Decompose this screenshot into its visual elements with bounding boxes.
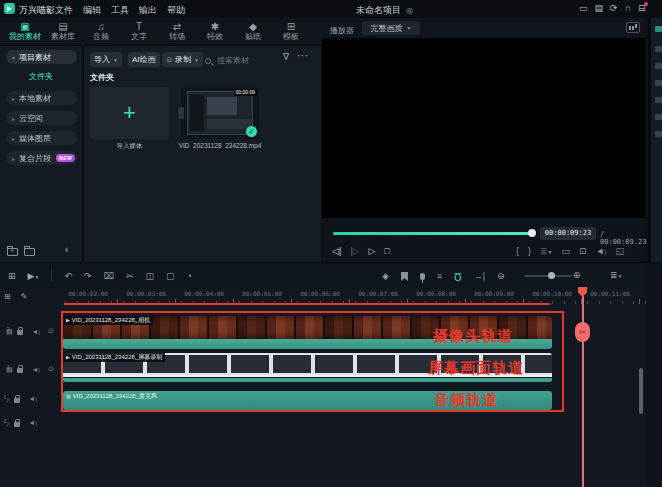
ruler-label: 00:00:09:00 [474, 290, 514, 297]
step-forward-button[interactable]: |▷ [350, 246, 359, 256]
timeline-layout-icon[interactable]: ⊞ [8, 272, 16, 281]
search-box[interactable] [205, 55, 267, 66]
redo-icon[interactable]: ↷ [84, 272, 92, 281]
tab-audio[interactable]: ♫ 音频 [82, 22, 120, 41]
audio-mixer-icon[interactable]: ≡ [437, 272, 442, 281]
new-folder-icon[interactable] [7, 245, 18, 256]
track-settings-icon[interactable]: ✎ [21, 293, 28, 301]
sync-icon[interactable]: ⟳ [610, 3, 618, 13]
zoom-out-icon[interactable]: ⊖ [497, 272, 505, 281]
tab-effects[interactable]: ✱ 特效 [196, 22, 234, 41]
voiceover-icon[interactable] [420, 273, 425, 280]
auto-ripple-icon[interactable]: →| [474, 272, 485, 281]
sidebar-item-project-media[interactable]: ▾ 项目素材 [6, 50, 77, 64]
second-display-icon[interactable]: ▭ [562, 246, 571, 256]
plus-icon: + [90, 87, 169, 139]
menu-tools[interactable]: 工具 [111, 4, 129, 17]
zoom-in-icon[interactable]: ⊕ [573, 271, 581, 280]
sidebar-item-media-layers[interactable]: ▸ 媒体图层 [6, 131, 77, 145]
video-thumbnail[interactable]: 00:00:09 ✓ [181, 87, 259, 139]
playhead-line[interactable] [582, 287, 584, 487]
play-button[interactable]: ▷ [369, 246, 376, 256]
crop-icon[interactable]: ▢ [166, 272, 175, 281]
fullscreen-icon[interactable]: ◱ [616, 246, 625, 256]
undo-icon[interactable]: ↶ [64, 272, 72, 281]
menu-edit[interactable]: 编辑 [83, 4, 101, 17]
render-preview-icon[interactable] [626, 22, 640, 33]
timeline-scrollbar[interactable] [639, 368, 643, 414]
import-button[interactable]: 导入▼ [90, 52, 122, 67]
menu-export[interactable]: 输出 [139, 4, 157, 17]
tab-stickers[interactable]: ◆ 贴纸 [234, 22, 272, 41]
tab-text[interactable]: T 文字 [120, 22, 158, 41]
snapshot-icon[interactable]: ⊡ [579, 246, 587, 256]
support-headset-icon[interactable]: ∩ [625, 3, 631, 13]
media-section-label: 文件夹 [90, 72, 114, 83]
mute-track-icon[interactable]: ◄) [28, 395, 37, 402]
track-height-icon[interactable]: ≣▼ [610, 271, 623, 280]
marker-icon[interactable] [401, 272, 408, 281]
quality-selector[interactable]: 完整画质▼ [362, 21, 420, 35]
playhead-cut-button[interactable]: ✂ [575, 322, 590, 342]
menu-help[interactable]: 帮助 [167, 4, 185, 17]
track-header-video2[interactable]: ▤2 ◄) ⊙ [6, 326, 54, 336]
record-button[interactable]: ⊙ 录制▼ [162, 52, 203, 67]
lock-track-icon[interactable] [14, 422, 20, 427]
tab-my-media[interactable]: ▣ 我的素材 [6, 22, 44, 41]
track-header-audio2[interactable]: ♪2 ◄) [6, 418, 37, 427]
seek-bar[interactable] [333, 232, 532, 235]
tab-templates[interactable]: ⊞ 模板 [272, 22, 310, 41]
save-icon[interactable]: ▤ [595, 3, 604, 13]
preview-list-icon[interactable]: ≣▼ [540, 246, 553, 256]
mark-in-icon[interactable]: { [516, 246, 519, 256]
ai-paint-button[interactable]: AI绘画 [128, 52, 160, 67]
ruler-label: 00:00:10:00 [532, 290, 572, 297]
import-media-tile[interactable]: + [90, 87, 169, 139]
tab-stock-media[interactable]: ▤ 素材库 [44, 22, 82, 41]
keyframe-icon[interactable]: ◈ [382, 272, 389, 281]
hide-track-icon[interactable]: ⊙ [48, 365, 54, 373]
mute-track-icon[interactable]: ◄) [31, 328, 40, 335]
lock-track-icon[interactable] [14, 398, 20, 403]
collapse-arrow-icon: ▸ [12, 115, 15, 122]
track-header-video1[interactable]: ▤1 ◄) ⊙ [6, 364, 54, 374]
mute-track-icon[interactable]: ◄) [31, 366, 40, 373]
layout-icon[interactable]: ⊟ [638, 3, 646, 13]
delete-folder-icon[interactable] [24, 245, 35, 256]
speed-icon[interactable]: ◔ [186, 272, 191, 281]
cut-icon[interactable]: ✂ [126, 272, 134, 281]
hide-track-icon[interactable]: ⊙ [48, 327, 54, 335]
filter-icon[interactable]: ∇ [283, 53, 289, 62]
delete-icon[interactable]: ⌧ [104, 272, 114, 281]
video-preview [322, 38, 645, 218]
ruler-label: 00:00:07:00 [358, 290, 398, 297]
previous-frame-button[interactable]: ◁| [332, 246, 341, 256]
timeline-ruler[interactable]: 00:00:02:00 00:00:03:00 00:00:04:00 00:0… [63, 289, 662, 304]
ruler-label: 00:00:06:00 [300, 290, 340, 297]
mute-track-icon[interactable]: ◄) [28, 419, 37, 426]
more-options-icon[interactable]: ⋯ [297, 50, 308, 61]
track-header-audio1[interactable]: ♪1 ◄) [6, 394, 37, 403]
menu-file[interactable]: 文件 [55, 4, 73, 17]
sidebar-item-cloud[interactable]: ▸ 云空间 [6, 111, 77, 125]
stop-button[interactable]: □ [384, 246, 389, 256]
select-tool-icon[interactable]: ▶▼ [28, 272, 40, 281]
mute-icon[interactable]: ◄) [596, 246, 607, 256]
snap-icon[interactable]: Ω [454, 271, 461, 282]
add-track-icon[interactable]: ⊞ [4, 293, 11, 301]
timeline-zoom-handle[interactable] [548, 272, 555, 279]
split-icon[interactable]: ◫ [145, 272, 154, 281]
sidebar-item-local-media[interactable]: ▸ 本地素材 [6, 91, 77, 105]
player-panel-label: 播放器 [330, 25, 354, 36]
sidebar-item-folder[interactable]: 文件夹 [0, 71, 82, 82]
mark-out-icon[interactable]: } [528, 246, 531, 256]
tab-transitions[interactable]: ⇄ 转场 [158, 22, 196, 41]
display-icon[interactable]: ▭ [579, 3, 588, 13]
selected-check-icon: ✓ [246, 126, 257, 137]
sidebar-item-compound-clip[interactable]: ▸ 复合片段 NEW [6, 151, 77, 165]
lock-track-icon[interactable] [17, 368, 23, 373]
seek-handle[interactable] [528, 229, 536, 237]
lock-track-icon[interactable] [17, 330, 23, 335]
search-input[interactable] [215, 55, 267, 66]
collapse-sidebar-icon[interactable]: ‹ [65, 244, 68, 255]
